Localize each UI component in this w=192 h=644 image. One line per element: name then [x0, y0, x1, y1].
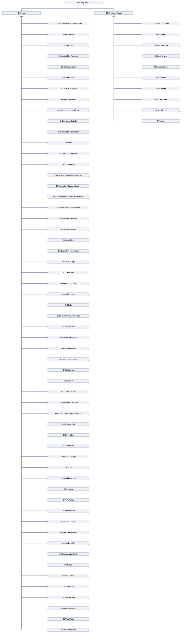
- node-gklanetype[interactable]: GKLaneType: [48, 271, 89, 274]
- node-detectorlocation-label: DetectorLocation: [62, 34, 75, 36]
- node-gkpubliclinetimetable[interactable]: GKPublicLineTimeTable: [48, 401, 89, 404]
- node-gkscenariochange[interactable]: GKScenarioChange: [48, 455, 89, 458]
- node-gkgeoobject-label: GKGeoObject: [63, 239, 74, 241]
- node-gksimulatedobject[interactable]: GKSimulatedObject: [95, 12, 133, 14]
- node-gkfunctioncomponent-label: GKFunctionComponent: [59, 152, 78, 154]
- node-gkgenerationattractiondataset-label: GKGenerationAttractionDataSet: [56, 185, 81, 187]
- node-gkgenerationattractionvector[interactable]: GKGenerationAttractionVector: [48, 206, 89, 209]
- node-gkfunctioncost[interactable]: GKFunctionCost: [48, 163, 89, 166]
- node-gkcontroljunction[interactable]: GKControlJunction: [48, 65, 89, 68]
- node-cmacrouserclass[interactable]: CMacroUserClass: [142, 65, 180, 68]
- node-gktransportationmode[interactable]: GKTransportationMode: [48, 552, 89, 556]
- node-gkpathassignment[interactable]: GKPathAssignment: [48, 347, 89, 350]
- node-gkgeoobject[interactable]: GKGeoObject: [48, 238, 89, 242]
- node-gkgenerationattractioncentroidtype-label: GKGenerationAttractionCentroidType: [54, 174, 83, 176]
- node-dtauserclass[interactable]: DTAUserClass: [142, 98, 180, 101]
- node-gkbaseobject-label: GKBaseObject: [77, 2, 89, 3]
- node-gkfolder[interactable]: GKFolder: [48, 141, 89, 144]
- node-gksimulationevent[interactable]: GKSimulationEvent: [48, 477, 89, 480]
- node-gkcentroidconfiguration[interactable]: GKCentroidConfiguration: [48, 54, 89, 58]
- node-gkpathassignmentplan-label: GKPathAssignmentPlan: [59, 358, 78, 360]
- node-cmacrosection[interactable]: CMacroSection: [142, 33, 180, 36]
- node-gkvehicleclass-label: GKVehicleClass: [62, 596, 75, 598]
- node-gkpubliclineplan[interactable]: GKPublicLinePlan: [48, 390, 89, 393]
- node-dtaiterativesimulationresultdata[interactable]: DTAIterativeSimulationResultData: [48, 22, 89, 25]
- node-gkmodel[interactable]: GKModel: [48, 304, 89, 307]
- node-gkdistributioncentroidtype[interactable]: GKDistributionCentroidType: [48, 109, 89, 112]
- node-gkbaseobject[interactable]: GKBaseObject: [64, 1, 102, 4]
- node-gkcontrolplansignal[interactable]: GKControlPlanSignal: [48, 87, 89, 90]
- node-gkuserclass[interactable]: GKUserClass: [48, 585, 89, 588]
- node-gkgenericscenario[interactable]: GKGenericScenario: [48, 228, 89, 231]
- node-cmacroturning[interactable]: CMacroTurning: [142, 54, 180, 58]
- node-dtaturning-label: DTATurning: [156, 88, 166, 90]
- node-gktrafficarrivals[interactable]: GKTrafficArrivals: [48, 509, 89, 512]
- node-dtauserclass-label: DTAUserClass: [155, 98, 167, 100]
- node-gktrippurpose[interactable]: GKTripPurpose: [48, 574, 89, 577]
- node-gkpubliclinetimetableschedule[interactable]: GKPublicLineTimeTableSchedule: [48, 412, 89, 415]
- node-gkscript[interactable]: GKScript: [48, 466, 89, 469]
- node-gkcontrolplan[interactable]: GKControlPlan: [48, 76, 89, 79]
- node-gkdetectionpattern[interactable]: GKDetectionPattern: [48, 98, 89, 101]
- node-gkgenerationattractionvector-label: GKGenerationAttractionVector: [56, 207, 80, 209]
- node-gkvehicleclass[interactable]: GKVehicleClass: [48, 596, 89, 599]
- node-gkptzoneplan[interactable]: GKPTZonePlan: [48, 325, 89, 328]
- node-gkroadtype[interactable]: GKRoadType: [48, 444, 89, 448]
- node-gkpathassignmentplan[interactable]: GKPathAssignmentPlan: [48, 358, 89, 361]
- node-dtasection-label: DTASection: [156, 77, 165, 79]
- node-gktrigger[interactable]: GKTrigger: [48, 563, 89, 566]
- node-gkprintlayout[interactable]: GKPrintLayout: [48, 368, 89, 372]
- node-gkproblem[interactable]: GKProblem: [48, 379, 89, 382]
- node-gkdynamictrafficsnapshot[interactable]: GKDynamicTrafficSnapshot: [48, 130, 89, 134]
- node-gkdistributiondataset[interactable]: GKDistributionDataSet: [48, 120, 89, 122]
- node-dtavehicletype[interactable]: DTAVehicleType: [142, 109, 180, 112]
- node-cmacrouserclass-label: CMacroUserClass: [154, 66, 168, 68]
- node-gktrafficprofile[interactable]: GKTrafficProfile: [48, 542, 89, 545]
- node-ptstation[interactable]: PTStation: [142, 120, 180, 122]
- node-gkcontroljunction-label: GKControlJunction: [61, 66, 76, 68]
- node-dtasection[interactable]: DTASection: [142, 76, 180, 79]
- node-detectorlocation[interactable]: DetectorLocation: [48, 33, 89, 36]
- node-gkviewmode[interactable]: GKViewMode: [48, 618, 89, 620]
- node-gkgenerationattractiondatasetattribute[interactable]: GKGenerationAttractionDataSetAttribute: [48, 195, 89, 198]
- node-gktimeperiod[interactable]: GKTimePeriod: [48, 498, 89, 502]
- svg-marker-2: [82, 4, 84, 6]
- node-gkmastercontrolplan[interactable]: GKMasterControlPlan: [48, 282, 89, 285]
- svg-marker-11: [20, 14, 23, 16]
- node-gktrigger-label: GKTrigger: [64, 564, 72, 566]
- node-gkmobileagent[interactable]: GKMobileAgent: [48, 293, 89, 296]
- node-gkviewbookmark-label: GKViewBookmark: [61, 607, 76, 609]
- node-gkcontrolplansignal-label: GKControlPlanSignal: [60, 88, 77, 90]
- node-gkgeometryconfiguration[interactable]: GKGeometryConfiguration: [48, 249, 89, 252]
- node-gkfunctioncomponent[interactable]: GKFunctionComponent: [48, 152, 89, 155]
- node-gkmobileagent-label: GKMobileAgent: [62, 293, 75, 295]
- node-gkgenerationattractiondataset[interactable]: GKGenerationAttractionDataSet: [48, 184, 89, 188]
- node-gktrafficdemanditem[interactable]: GKTrafficDemandItem: [48, 531, 89, 534]
- node-gkgenerationattractiondatasetattribute-label: GKGenerationAttractionDataSetAttribute: [52, 196, 84, 198]
- node-gkparkingcentroidtype[interactable]: GKParkingCentroidType: [48, 336, 89, 339]
- node-gkauthority[interactable]: GKAuthority: [48, 44, 89, 47]
- node-gkmastercontrolplan-label: GKMasterControlPlan: [60, 282, 77, 284]
- node-gkgenericexperiment[interactable]: GKGenericExperiment: [48, 217, 89, 220]
- node-gkstrategy-label: GKStrategy: [64, 488, 73, 490]
- node-gkptzoneplan-label: GKPTZonePlan: [62, 326, 75, 328]
- node-dtaturning[interactable]: DTATurning: [142, 87, 180, 90]
- node-gkmodel-label: GKModel: [65, 304, 72, 306]
- node-gkdistributioncentroidtype-label: GKDistributionCentroidType: [57, 109, 79, 111]
- node-gkgroupingtype[interactable]: GKGroupingType: [48, 260, 89, 263]
- node-gkrealdataset[interactable]: GKRealDataSet: [48, 422, 89, 426]
- node-gksimulatedobject-label: GKSimulatedObject: [106, 12, 122, 14]
- node-gkgenerationattractioncentroidtype[interactable]: GKGenerationAttractionCentroidType: [48, 174, 89, 177]
- node-gkobject[interactable]: GKObject: [2, 12, 41, 14]
- node-gkreplication[interactable]: GKReplication: [48, 434, 89, 436]
- node-gkrealdataset-label: GKRealDataSet: [62, 423, 75, 425]
- node-cmacrotrajectory[interactable]: CMacroTrajectory: [142, 44, 180, 47]
- node-gktrafficdemand[interactable]: GKTrafficDemand: [48, 520, 89, 523]
- node-gkobject-label: GKObject: [18, 12, 26, 14]
- node-cmacroconnection[interactable]: CMacroConnection: [142, 22, 180, 25]
- node-gkcontrolplan-label: GKControlPlan: [63, 77, 74, 79]
- node-gkviewmodestyle[interactable]: GKViewModeStyle: [48, 628, 89, 632]
- node-gknetworkattributesoverride[interactable]: GKNetworkAttributesOverride: [48, 314, 89, 318]
- node-gkstrategy[interactable]: GKStrategy: [48, 488, 89, 491]
- node-gkviewbookmark[interactable]: GKViewBookmark: [48, 606, 89, 610]
